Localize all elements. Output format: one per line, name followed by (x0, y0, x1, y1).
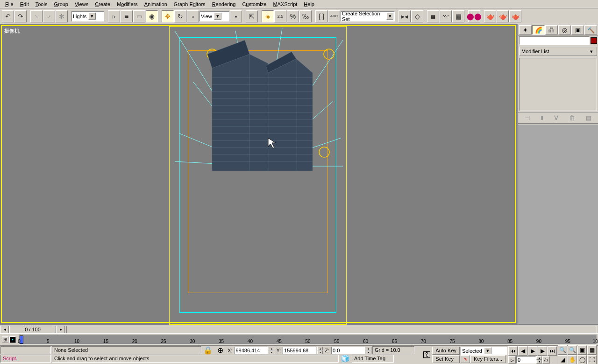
render-last-button[interactable]: 🫖 (509, 10, 521, 22)
script-label[interactable]: Script. (0, 355, 51, 363)
menu-animation[interactable]: Animation (141, 1, 171, 7)
menu-create[interactable]: Create (92, 1, 114, 7)
ref-coord-dropdown[interactable]: View▾ (199, 11, 229, 21)
add-time-tag[interactable]: Add Time Tag (352, 355, 394, 363)
menu-graph-editors[interactable]: Graph Editors (171, 1, 209, 7)
time-prev-button[interactable]: ◂ (0, 326, 9, 333)
menu-edit[interactable]: Edit (17, 1, 32, 7)
pin-stack-icon[interactable]: ⊣ (525, 114, 530, 121)
menu-help[interactable]: Help (300, 1, 318, 7)
maximize-viewport-button[interactable]: ⛶ (587, 355, 597, 364)
key-step-button[interactable]: ⊳ (508, 356, 516, 364)
unlink-button[interactable]: ⟋ (43, 10, 55, 22)
remove-modifier-icon[interactable]: 🗑 (569, 114, 575, 121)
zoom-button[interactable]: 🔍 (558, 345, 567, 355)
set-key-button[interactable]: Set Key (432, 355, 460, 363)
bind-button[interactable]: ✻ (56, 10, 68, 22)
y-spinner[interactable]: ▴▾ (317, 347, 323, 354)
move-button[interactable]: ✥ (162, 10, 174, 22)
y-input[interactable]: 155994.68 (283, 347, 316, 354)
tab-utilities[interactable]: 🔨 (584, 25, 597, 35)
menu-tools[interactable]: Tools (32, 1, 51, 7)
select-region-button[interactable]: ◉ (146, 10, 158, 22)
link-button[interactable]: ⟍ (30, 10, 43, 22)
key-icon[interactable]: ⚿ (423, 350, 431, 360)
tab-hierarchy[interactable]: 品 (545, 25, 558, 35)
transform-type-icon[interactable]: ⊕ (214, 346, 226, 355)
tab-create[interactable]: ✦ (519, 25, 532, 35)
quick-render-button[interactable]: 🫖 (497, 10, 509, 22)
zoom-all-button[interactable]: 🔍 (568, 345, 577, 355)
menu-modifiers[interactable]: Modifiers (114, 1, 141, 7)
selection-filter-dropdown[interactable]: Lights▾ (71, 11, 104, 21)
zoom-extents-all-button[interactable]: ▦ (587, 345, 597, 355)
pan-button[interactable]: ✋ (568, 355, 577, 364)
material-editor-button[interactable]: ⬤⬤ (468, 10, 480, 22)
orbit-button[interactable]: ◯ (577, 355, 587, 364)
current-frame-input[interactable]: 0 (516, 356, 536, 364)
goto-end-button[interactable]: ⏭ (548, 346, 557, 356)
object-color-swatch[interactable] (591, 37, 597, 44)
tab-display[interactable]: ▣ (571, 25, 584, 35)
manipulate-button[interactable]: ⇱ (246, 10, 258, 22)
menu-rendering[interactable]: Rendering (209, 1, 239, 7)
prev-frame-button[interactable]: ◀ (518, 346, 527, 356)
track-filter-icon[interactable]: ⊞ (2, 336, 8, 343)
undo-button[interactable]: ↶ (2, 10, 14, 22)
scale-button[interactable]: ▫ (187, 10, 199, 22)
time-next-button[interactable]: ▸ (57, 326, 65, 333)
menu-views[interactable]: Views (71, 1, 92, 7)
show-end-result-icon[interactable]: Ⅱ (541, 114, 543, 121)
percent-snap-button[interactable]: % (287, 10, 299, 22)
zoom-extents-button[interactable]: ▣ (577, 345, 587, 355)
select-rect-button[interactable]: ▭ (133, 10, 145, 22)
modifier-stack[interactable] (519, 58, 597, 111)
viewport-label[interactable]: 摄像机 (3, 27, 21, 35)
align-button[interactable]: ◇ (411, 10, 423, 22)
rotate-button[interactable]: ↻ (174, 10, 186, 22)
auto-key-button[interactable]: Auto Key (432, 347, 460, 355)
angle-snap-button[interactable]: 2.5 (274, 10, 286, 22)
object-name-input[interactable] (519, 36, 590, 45)
named-sets-button[interactable]: { } (315, 10, 327, 22)
play-button[interactable]: ▶ (528, 346, 537, 356)
key-filters-button[interactable]: Key Filters... (470, 355, 505, 363)
modifier-list-dropdown[interactable]: Modifier List▾ (519, 47, 597, 56)
menu-maxscript[interactable]: MAXScript (270, 1, 300, 7)
select-button[interactable]: ▹ (108, 10, 120, 22)
track-mode-icon[interactable]: ▪ (9, 336, 16, 343)
lock-icon[interactable]: 🔒 (202, 346, 214, 355)
frame-spinner[interactable]: ▴▾ (536, 356, 542, 364)
selection-set-dropdown[interactable]: Create Selection Set▾ (341, 11, 395, 21)
key-mode-dropdown[interactable]: Selected▾ (461, 347, 507, 355)
fov-button[interactable]: ◢ (558, 355, 567, 364)
pivot-button[interactable]: ▪ (230, 10, 242, 22)
maxscript-mini-listener[interactable] (0, 346, 51, 354)
menu-file[interactable]: File (2, 1, 17, 7)
mirror-button[interactable]: ▸◂ (399, 10, 411, 22)
viewport[interactable]: 摄像机 (0, 24, 518, 324)
goto-start-button[interactable]: ⏮ (508, 346, 518, 356)
layers-button[interactable]: ≣ (427, 10, 439, 22)
tab-modify[interactable]: 🌈 (532, 25, 545, 35)
time-ruler[interactable]: 0510152025303540455055606570758085909510… (19, 335, 597, 344)
spinner-snap-button[interactable]: ‰ (299, 10, 312, 22)
redo-button[interactable]: ↷ (14, 10, 27, 22)
time-track[interactable] (66, 326, 597, 333)
time-config-button[interactable]: ⏱ (542, 356, 550, 364)
z-input[interactable]: 0.0 (331, 347, 365, 354)
schematic-button[interactable]: ▦ (452, 10, 464, 22)
x-input[interactable]: 98486.414 (234, 347, 268, 354)
x-spinner[interactable]: ▴▾ (269, 347, 274, 354)
configure-sets-icon[interactable]: ▤ (586, 114, 591, 121)
z-spinner[interactable]: ▴▾ (366, 347, 371, 354)
isolate-icon[interactable]: 🧊 (340, 354, 351, 363)
tab-motion[interactable]: ◎ (558, 25, 571, 35)
time-position[interactable]: 0 / 100 (9, 326, 56, 333)
menu-group[interactable]: Group (50, 1, 71, 7)
menu-customize[interactable]: Customize (239, 1, 270, 7)
edit-sets-button[interactable]: ABC (328, 10, 340, 22)
render-scene-button[interactable]: 🫖 (484, 10, 496, 22)
curve-editor-button[interactable]: 〰 (440, 10, 452, 22)
snap-toggle-button[interactable]: ◈ (262, 10, 274, 22)
